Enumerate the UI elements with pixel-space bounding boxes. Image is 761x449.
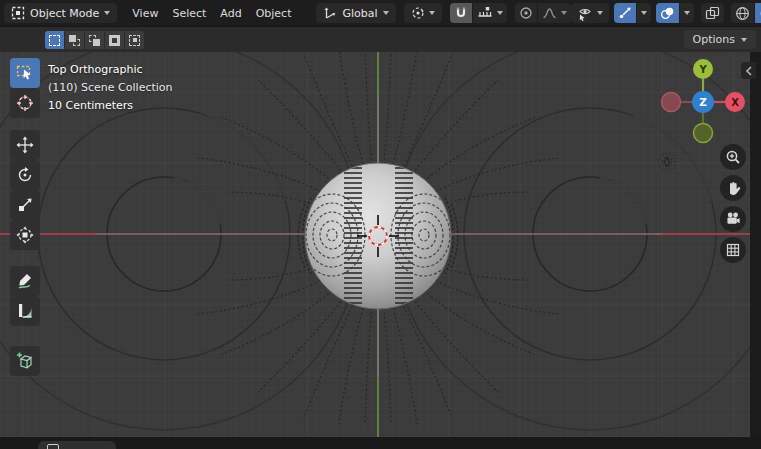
proportional-edit-group [515, 3, 571, 23]
gizmo-axis-x-neg[interactable] [662, 93, 681, 112]
shading-solid[interactable] [755, 3, 761, 23]
overlays-icon [660, 6, 675, 20]
gizmo-axis-x-pos[interactable]: X [725, 92, 745, 112]
proportional-circle-icon [519, 6, 533, 20]
select-subtract-icon [89, 35, 100, 46]
select-invert-icon [109, 35, 120, 46]
object-visibility-selector[interactable] [571, 3, 609, 23]
move-icon [16, 136, 34, 154]
gizmos-group [614, 3, 651, 23]
select-mode-invert[interactable] [105, 31, 124, 49]
camera-icon [725, 211, 741, 227]
tool-rotate[interactable] [10, 160, 40, 190]
tool-annotate[interactable] [10, 266, 40, 296]
viewport-overlay-text: Top Orthographic (110) Scene Collection … [48, 61, 173, 115]
mode-selector[interactable]: Object Mode [4, 3, 117, 23]
eye-pointer-icon [577, 6, 593, 21]
editor-type-button[interactable] [38, 441, 116, 449]
pivot-orbit-icon [411, 6, 425, 20]
transform-icon [16, 226, 34, 244]
chevron-down-icon [561, 11, 567, 15]
select-box-icon [16, 64, 34, 82]
menu-select[interactable]: Select [165, 4, 213, 23]
gizmo-arrow-icon [618, 6, 632, 20]
zoom-button[interactable] [720, 144, 746, 170]
pan-button[interactable] [720, 175, 746, 201]
gizmo-axis-y-neg[interactable] [694, 124, 713, 143]
chevron-down-icon [497, 11, 503, 15]
chevron-down-icon [641, 11, 647, 15]
select-intersect-icon [129, 35, 140, 46]
navigation-gizmo[interactable]: Y X Z [660, 56, 748, 146]
tool-move[interactable] [10, 130, 40, 160]
select-new-icon [49, 35, 60, 46]
transform-orientation-selector[interactable]: Global [316, 3, 395, 23]
chevron-down-icon [104, 11, 110, 15]
camera-view-button[interactable] [720, 206, 746, 232]
gizmo-axis-z[interactable]: Z [692, 91, 714, 113]
perspective-toggle-button[interactable] [720, 237, 746, 263]
grid-scale-label: 10 Centimeters [48, 97, 173, 115]
select-mode-group [45, 31, 144, 49]
measure-icon [16, 302, 34, 320]
hand-icon [725, 180, 741, 196]
bottom-editor-strip [0, 437, 761, 449]
select-mode-subtract[interactable] [85, 31, 104, 49]
gizmo-axis-y-pos[interactable]: Y [693, 59, 713, 79]
options-button[interactable]: Options [684, 30, 756, 49]
rotate-icon [16, 166, 34, 184]
tool-scale[interactable] [10, 190, 40, 220]
select-mode-extend[interactable] [65, 31, 84, 49]
scale-icon [16, 196, 34, 214]
shading-mode-group [731, 3, 761, 23]
svg-text:Z: Z [699, 96, 707, 108]
grid-icon [725, 242, 741, 258]
mode-label: Object Mode [30, 7, 99, 20]
viewport-3d[interactable]: Top Orthographic (110) Scene Collection … [0, 52, 761, 437]
select-mode-intersect[interactable] [125, 31, 144, 49]
sidebar-collapsed-strip [750, 52, 761, 437]
view-name: Top Orthographic [48, 61, 173, 79]
pivot-point-selector[interactable] [404, 3, 442, 23]
tool-select-box[interactable] [10, 58, 40, 88]
menu-view[interactable]: View [125, 4, 165, 23]
tool-settings-bar: Options [0, 26, 761, 52]
sidebar-expand-tab[interactable] [741, 62, 756, 79]
shading-wireframe[interactable] [731, 3, 754, 23]
editor-type-icon [47, 444, 59, 449]
chevron-down-icon [429, 11, 435, 15]
chevron-left-icon [745, 66, 753, 76]
chevron-down-icon [684, 11, 690, 15]
tool-measure[interactable] [10, 296, 40, 326]
proportional-edit-toggle[interactable] [515, 3, 537, 23]
gizmos-dropdown[interactable] [637, 3, 651, 23]
menu-add[interactable]: Add [213, 4, 248, 23]
zoom-icon [725, 149, 741, 165]
show-overlays-toggle[interactable] [656, 3, 679, 23]
tool-add-cube[interactable] [10, 346, 40, 376]
menu-bar: View Select Add Object [125, 4, 298, 23]
xray-toggle[interactable] [701, 3, 724, 23]
snap-toggle[interactable] [450, 3, 472, 23]
menu-object[interactable]: Object [249, 4, 299, 23]
show-gizmos-toggle[interactable] [614, 3, 636, 23]
options-label: Options [693, 33, 735, 46]
magnet-icon [454, 6, 468, 20]
cursor-tool-icon [16, 94, 34, 112]
sphere-object[interactable] [299, 160, 457, 312]
snap-target-selector[interactable] [473, 3, 507, 23]
overlays-dropdown[interactable] [680, 3, 694, 23]
xray-icon [705, 6, 720, 21]
chevron-down-icon [383, 11, 389, 15]
select-mode-new[interactable] [45, 31, 64, 49]
object-mode-icon [11, 6, 25, 20]
add-cube-icon [15, 351, 35, 371]
svg-text:Y: Y [698, 64, 707, 75]
toolbar [10, 58, 40, 376]
tool-transform[interactable] [10, 220, 40, 250]
tool-cursor[interactable] [10, 88, 40, 118]
force-field-empty[interactable] [659, 154, 676, 171]
orientation-axes-icon [323, 6, 337, 20]
overlays-group [656, 3, 694, 23]
proportional-falloff-selector[interactable] [538, 3, 571, 23]
